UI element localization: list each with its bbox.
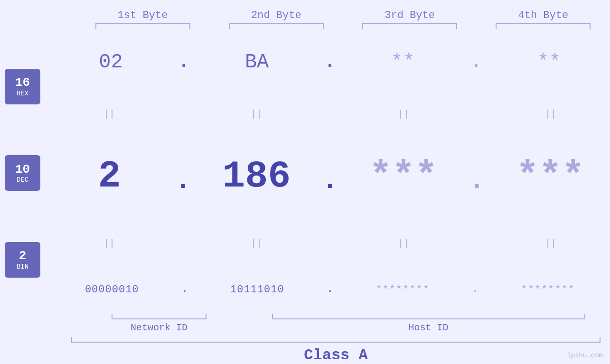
hex-b3-cell: ** bbox=[339, 51, 467, 74]
hex-badge-number: 16 bbox=[15, 76, 30, 90]
hex-b2-cell: BA bbox=[193, 51, 321, 74]
bin-b2-cell: 10111010 bbox=[193, 284, 321, 296]
hex-dot-1: . bbox=[178, 53, 189, 72]
bin-b4-cell: ******** bbox=[484, 284, 610, 296]
eq1-b3: || bbox=[339, 108, 468, 120]
byte1-header: 1st Byte bbox=[79, 9, 207, 21]
headers-row: 1st Byte 2nd Byte 3rd Byte 4th Byte bbox=[0, 9, 610, 21]
bracket-b3 bbox=[346, 23, 474, 29]
bin-b1-value: 00000010 bbox=[85, 284, 139, 296]
class-label: Class A bbox=[71, 346, 601, 364]
dec-b1-value: 2 bbox=[98, 155, 121, 198]
hex-b3-value: ** bbox=[391, 51, 415, 74]
equals-row-1: || || || || bbox=[45, 108, 610, 120]
content-area: 16 HEX 10 DEC 2 BIN 02 . BA bbox=[0, 34, 610, 313]
bin-row: 00000010 . 10111010 . ******** . *******… bbox=[45, 284, 610, 296]
bin-badge-number: 2 bbox=[19, 249, 27, 263]
bracket-line-b4 bbox=[496, 23, 591, 29]
hex-b4-cell: ** bbox=[485, 51, 610, 74]
bin-b3-value: ******** bbox=[375, 284, 430, 296]
eq1-b1: || bbox=[45, 108, 173, 120]
footer-text: ipshu.com bbox=[567, 352, 603, 359]
network-bracket-line bbox=[112, 314, 206, 319]
bin-dot-2: . bbox=[327, 284, 333, 295]
bin-b3-cell: ******** bbox=[338, 284, 467, 296]
eq-sym-2: || bbox=[251, 109, 262, 120]
dec-dot-3: . bbox=[469, 168, 485, 198]
bracket-line-b2 bbox=[229, 23, 324, 29]
eq-sym-6: || bbox=[251, 238, 262, 249]
bracket-line-b3 bbox=[362, 23, 457, 29]
eq1-b4: || bbox=[487, 108, 610, 120]
eq-sym-7: || bbox=[398, 238, 409, 249]
bin-dot-1: . bbox=[181, 284, 188, 295]
bin-b4-value: ******** bbox=[521, 284, 575, 296]
eq2-b3: || bbox=[339, 237, 468, 249]
bin-badge-label: BIN bbox=[17, 263, 28, 271]
bracket-b4 bbox=[479, 23, 607, 29]
eq-sym-1: || bbox=[103, 109, 115, 120]
bottom-label-section: Network ID Host ID bbox=[0, 314, 610, 333]
hex-row: 02 . BA . ** . ** bbox=[45, 51, 610, 74]
host-bracket-line bbox=[272, 314, 585, 319]
dec-b3-value: *** bbox=[369, 155, 438, 198]
hex-b2-value: BA bbox=[245, 51, 269, 74]
bin-badge: 2 BIN bbox=[5, 242, 40, 278]
bin-dot-3: . bbox=[472, 284, 479, 295]
class-bracket-line bbox=[71, 337, 601, 343]
dec-badge-label: DEC bbox=[17, 176, 28, 184]
hex-badge-label: HEX bbox=[17, 90, 28, 97]
byte2-header: 2nd Byte bbox=[212, 9, 340, 21]
host-id-label: Host ID bbox=[408, 322, 448, 333]
eq2-b2: || bbox=[192, 237, 320, 249]
bracket-b2 bbox=[212, 23, 340, 29]
hex-badge: 16 HEX bbox=[5, 69, 40, 104]
hex-dot-3: . bbox=[470, 53, 482, 72]
host-bracket-section: Host ID bbox=[256, 314, 601, 333]
byte3-header: 3rd Byte bbox=[346, 9, 474, 21]
bracket-line-b1 bbox=[95, 23, 190, 29]
badges-column: 16 HEX 10 DEC 2 BIN bbox=[0, 34, 45, 313]
eq-sym-4: || bbox=[545, 109, 556, 120]
network-id-label: Network ID bbox=[131, 322, 188, 333]
dec-badge-number: 10 bbox=[15, 163, 30, 177]
bin-b2-value: 10111010 bbox=[230, 284, 284, 296]
eq-sym-5: || bbox=[103, 238, 115, 249]
top-brackets-row bbox=[0, 23, 610, 29]
dec-row: 2 . 186 . *** . *** bbox=[45, 155, 610, 203]
eq-sym-3: || bbox=[398, 109, 409, 120]
dec-badge: 10 DEC bbox=[5, 155, 40, 191]
equals-row-2: || || || || bbox=[45, 237, 610, 249]
dec-dot-1: . bbox=[175, 168, 191, 198]
dec-b1-cell: 2 bbox=[46, 155, 174, 198]
dec-b4-cell: *** bbox=[486, 155, 610, 198]
byte4-header: 4th Byte bbox=[479, 9, 607, 21]
hex-b1-cell: 02 bbox=[47, 51, 175, 74]
main-container: 1st Byte 2nd Byte 3rd Byte 4th Byte 16 H… bbox=[0, 0, 610, 364]
class-row: Class A bbox=[0, 337, 610, 364]
eq-sym-8: || bbox=[545, 238, 556, 249]
dec-b2-cell: 186 bbox=[192, 155, 320, 198]
eq1-b2: || bbox=[192, 108, 320, 120]
dec-b3-cell: *** bbox=[339, 155, 468, 198]
eq2-b4: || bbox=[487, 237, 610, 249]
footer: ipshu.com bbox=[567, 352, 603, 359]
hex-b4-value: ** bbox=[537, 51, 561, 74]
bin-b1-cell: 00000010 bbox=[48, 284, 176, 296]
hex-dot-2: . bbox=[324, 53, 336, 72]
dec-dot-2: . bbox=[322, 168, 338, 198]
dec-b4-value: *** bbox=[516, 155, 584, 198]
hex-b1-value: 02 bbox=[99, 51, 122, 74]
network-bracket-section: Network ID bbox=[71, 314, 247, 333]
dec-b2-value: 186 bbox=[222, 155, 291, 198]
eq2-b1: || bbox=[45, 237, 173, 249]
bytes-area: 02 . BA . ** . ** || || bbox=[45, 34, 610, 313]
bracket-b1 bbox=[79, 23, 207, 29]
